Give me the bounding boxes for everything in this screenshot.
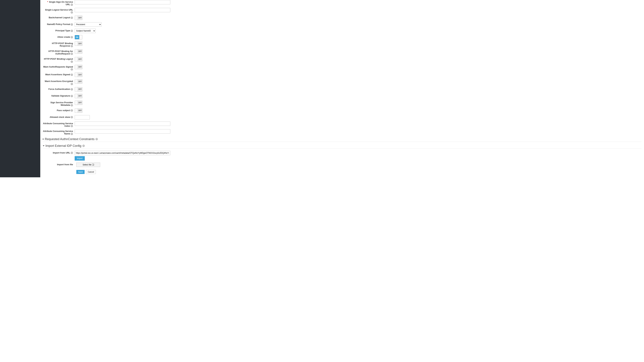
sso-url-input[interactable] [75,0,170,4]
help-icon[interactable]: ? [71,95,73,97]
want-authn-signed-toggle[interactable]: OFFON [75,65,82,69]
sidebar-nav [0,0,40,177]
acs-name-label: Attribute Consuming Service Name? [43,129,75,135]
force-auth-toggle[interactable]: OFFON [75,87,82,92]
allow-create-toggle[interactable]: ONOFF [75,35,82,39]
help-icon[interactable]: ? [96,138,98,140]
nameid-format-select[interactable]: Persistent [75,22,102,27]
help-icon[interactable]: ? [71,88,73,90]
main-content: * Single Sign-On Service URL? Single Log… [40,0,644,177]
help-icon[interactable]: ? [71,116,73,118]
chevron-right-icon [43,138,44,140]
acs-index-input[interactable] [75,122,170,126]
http-post-authn-toggle[interactable]: OFFON [75,49,82,54]
help-icon[interactable]: ? [71,83,73,85]
import-url-input[interactable] [75,151,170,155]
help-icon[interactable]: ? [71,104,73,106]
principal-type-label: Principal Type? [43,29,75,32]
http-post-logout-toggle[interactable]: OFFON [75,57,82,61]
pass-subject-toggle[interactable]: OFFON [75,108,82,113]
help-icon[interactable]: ? [71,109,73,112]
help-icon[interactable]: ? [71,125,73,127]
backchannel-label: Backchannel Logout? [43,15,75,19]
authn-ctx-section-head[interactable]: Requested AuthnContext Constraints ? [43,137,642,142]
sign-sp-meta-toggle[interactable]: OFFON [75,101,82,105]
http-post-resp-toggle[interactable]: OFFON [75,41,82,46]
slo-url-input[interactable] [75,8,170,12]
want-authn-signed-label: Want AuthnRequests Signed? [43,65,75,71]
help-icon[interactable]: ? [71,11,73,13]
help-icon[interactable]: ? [71,30,73,32]
help-icon[interactable]: ? [71,53,73,55]
principal-type-select[interactable]: Subject NameID [75,29,96,33]
save-button[interactable]: Save [76,170,84,174]
want-assert-enc-toggle[interactable]: OFFON [75,79,82,84]
backchannel-toggle[interactable]: OFFON [75,15,82,20]
help-icon[interactable]: ? [71,60,73,63]
nameid-format-label: NameID Policy Format? [43,22,75,26]
pass-subject-label: Pass subject? [43,108,75,112]
help-icon[interactable]: ? [71,36,73,38]
import-button[interactable]: Import [75,156,85,161]
import-file-label: Import from file [43,163,75,166]
cancel-button[interactable]: Cancel [86,170,96,174]
help-icon[interactable]: ? [82,145,85,147]
validate-sig-toggle[interactable]: OFFON [75,94,82,98]
want-assert-signed-toggle[interactable]: OFFON [75,73,82,77]
http-post-logout-label: HTTP-POST Binding Logout? [43,57,75,63]
help-icon[interactable]: ? [71,45,73,47]
help-icon[interactable]: ? [71,68,73,71]
import-idp-section-title: Import External IDP Config [46,144,82,148]
acs-name-input[interactable] [75,129,170,134]
import-idp-section-head[interactable]: Import External IDP Config ? [43,144,642,149]
help-icon[interactable]: ? [71,152,73,154]
clock-skew-label: Allowed clock skew? [43,115,75,119]
sso-url-label: * Single Sign-On Service URL? [43,0,75,6]
select-file-label: Select file [82,164,91,166]
help-icon[interactable]: ? [71,3,73,6]
select-file-button[interactable]: Select file [76,163,100,167]
validate-sig-label: Validate Signature? [43,94,75,97]
help-icon[interactable]: ? [71,16,73,19]
sign-sp-meta-label: Sign Service Provider Metadata? [43,101,75,106]
chevron-down-icon [43,145,44,146]
http-post-authn-label: HTTP-POST Binding for AuthnRequest? [43,49,75,55]
want-assert-enc-label: Want Assertions Encrypted? [43,79,75,85]
help-icon[interactable]: ? [71,74,73,76]
allow-create-label: Allow create? [43,35,75,38]
acs-index-label: Attribute Consuming Service Index? [43,122,75,127]
slo-url-label: Single Logout Service URL? [43,8,75,14]
help-icon[interactable]: ? [71,23,73,26]
http-post-resp-label: HTTP-POST Binding Response? [43,41,75,47]
help-icon[interactable]: ? [71,133,73,135]
force-auth-label: Force Authentication? [43,87,75,90]
upload-icon [92,164,94,166]
want-assert-signed-label: Want Assertions Signed? [43,73,75,76]
clock-skew-input[interactable] [75,115,90,120]
authn-ctx-section-title: Requested AuthnContext Constraints [45,137,94,141]
import-url-label: Import from URL? [43,151,75,154]
